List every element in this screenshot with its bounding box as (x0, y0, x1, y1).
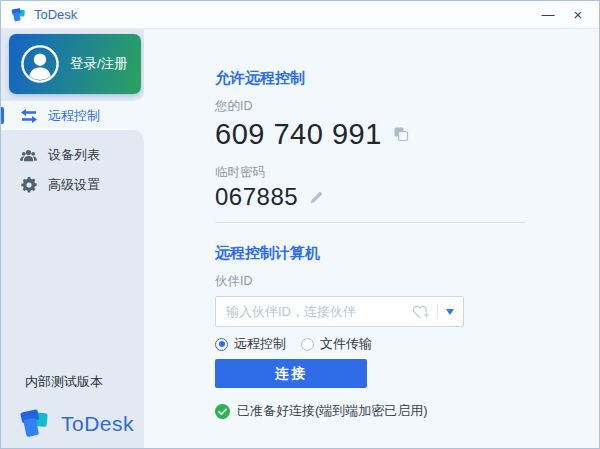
login-register-card[interactable]: 登录/注册 (9, 34, 141, 94)
radio-selected-icon (215, 338, 228, 351)
nav-label-remote-control: 远程控制 (48, 107, 100, 125)
sidebar-top-section: 登录/注册 (1, 29, 144, 101)
your-id-label: 您的ID (215, 99, 599, 114)
titlebar: ToDesk — × (1, 1, 599, 29)
todesk-logo-icon (11, 7, 27, 23)
sidebar: 登录/注册 远程控制 (1, 29, 144, 448)
section-title-allow-remote: 允许远程控制 (215, 69, 599, 86)
partner-id-input-wrap (215, 296, 464, 327)
heart-plus-icon[interactable] (411, 304, 429, 320)
minimize-button[interactable]: — (533, 3, 563, 27)
sidebar-item-device-list[interactable]: 设备列表 (1, 140, 144, 170)
nav-label-advanced-settings: 高级设置 (48, 176, 100, 194)
sidebar-item-advanced-settings[interactable]: 高级设置 (1, 170, 144, 200)
login-register-label: 登录/注册 (70, 55, 128, 73)
status-text: 已准备好连接(端到端加密已启用) (237, 402, 428, 420)
copy-icon[interactable] (393, 126, 409, 142)
transfer-arrows-icon (20, 109, 37, 123)
input-separator (437, 304, 438, 319)
gear-icon (20, 177, 37, 193)
section-divider (215, 222, 525, 223)
sidebar-bottom-section: 设备列表 高级设置 内部测试版本 (1, 130, 144, 448)
mode-file-transfer-label: 文件传输 (320, 335, 372, 353)
brand-logo: ToDesk (19, 407, 134, 440)
temp-password-value: 067885 (215, 184, 298, 210)
todesk-logo-icon (19, 407, 52, 440)
edit-pencil-icon[interactable] (309, 190, 324, 205)
section-title-remote-computer: 远程控制计算机 (215, 244, 599, 261)
active-indicator (1, 107, 4, 124)
connection-mode-group: 远程控制 文件传输 (215, 335, 599, 353)
chevron-down-icon[interactable] (446, 309, 454, 315)
avatar-icon (21, 45, 59, 83)
app-title: ToDesk (34, 7, 77, 22)
main-panel: 允许远程控制 您的ID 609 740 991 临时密码 067885 远程控制… (144, 29, 599, 448)
devices-people-icon (20, 148, 37, 163)
nav-label-device-list: 设备列表 (48, 146, 100, 164)
window-controls: — × (533, 1, 593, 28)
mode-file-transfer[interactable]: 文件传输 (301, 335, 372, 353)
partner-id-label: 伙伴ID (215, 274, 599, 289)
todesk-window: ToDesk — × 登录/注册 (0, 0, 600, 449)
check-circle-icon (215, 404, 230, 419)
version-label: 内部测试版本 (25, 373, 103, 391)
temp-password-label: 临时密码 (215, 165, 599, 180)
mode-remote-control[interactable]: 远程控制 (215, 335, 286, 353)
mode-remote-control-label: 远程控制 (234, 335, 286, 353)
connect-button[interactable]: 连接 (215, 359, 367, 388)
partner-id-input[interactable] (216, 304, 411, 319)
brand-name: ToDesk (61, 412, 134, 436)
radio-unselected-icon (301, 338, 314, 351)
status-row: 已准备好连接(端到端加密已启用) (215, 402, 599, 420)
device-id-value: 609 740 991 (215, 119, 382, 149)
close-button[interactable]: × (563, 3, 593, 27)
sidebar-item-remote-control[interactable]: 远程控制 (1, 101, 144, 130)
